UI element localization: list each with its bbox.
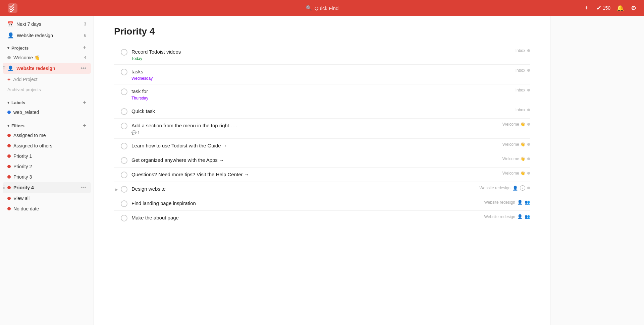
task-item: Get organized anywhere with the Apps → W…: [114, 153, 530, 168]
meta-dot: [527, 157, 530, 160]
filter-dot-view-all: [7, 197, 11, 200]
projects-section-header[interactable]: ▾ Projects +: [3, 42, 91, 52]
task-checkbox[interactable]: [121, 108, 127, 115]
meta-dot: [527, 89, 530, 91]
sidebar-item-assigned-to-me[interactable]: Assigned to me: [3, 130, 91, 140]
task-body: Design website: [131, 185, 476, 192]
sidebar-item-assigned-to-others[interactable]: Assigned to others: [3, 141, 91, 151]
info-icon: i: [520, 185, 525, 191]
task-checkbox[interactable]: [121, 186, 127, 193]
topbar: 🔍 Quick Find + ✔ 150 🔔 ⚙: [0, 0, 644, 16]
chevron-down-labels-icon: ▾: [7, 101, 9, 105]
task-project-label: Welcome 👋: [502, 171, 525, 176]
task-checkbox[interactable]: [121, 49, 127, 56]
meta-dot: [527, 123, 530, 126]
task-body: Learn how to use Todoist with the Guide …: [131, 142, 498, 149]
app-logo[interactable]: [7, 2, 19, 14]
assignee-icon: 👤: [517, 214, 523, 219]
main-layout: 📅 Next 7 days 3 👤 Website redesign 6 ▾ P…: [0, 16, 644, 325]
task-checkbox[interactable]: [121, 123, 127, 129]
add-filter-button[interactable]: +: [83, 123, 86, 129]
sidebar-item-web-related[interactable]: web_related: [3, 107, 91, 117]
bell-icon: 🔔: [616, 4, 624, 12]
task-item: task for Thursday Inbox: [114, 84, 530, 104]
task-name: Record Todoist videos: [131, 48, 512, 55]
sidebar-item-welcome[interactable]: Welcome 👋 4: [3, 53, 91, 63]
task-checkbox[interactable]: [121, 143, 127, 149]
content-area: Priority 4 Record Todoist videos Today I…: [94, 16, 550, 325]
project-dot-welcome: [7, 56, 11, 59]
task-name: Find landing page inspiration: [131, 200, 480, 207]
comment-icon: 💬: [131, 130, 137, 135]
task-name: Get organized anywhere with the Apps →: [131, 156, 498, 164]
add-assignee-icon: 👥: [525, 214, 530, 219]
karma-badge[interactable]: ✔ 150: [596, 4, 610, 12]
task-project-label: Website redesign: [484, 200, 516, 205]
task-expand-button[interactable]: ▶: [114, 187, 119, 192]
task-name: Learn how to use Todoist with the Guide …: [131, 142, 498, 149]
task-checkbox[interactable]: [121, 215, 127, 221]
sidebar-item-website-redesign-top[interactable]: 👤 Website redesign 6: [3, 30, 91, 41]
sidebar-item-add-project[interactable]: + Add Project: [3, 74, 91, 85]
filters-section-header[interactable]: ▾ Filters +: [3, 120, 91, 130]
task-meta: Website redesign 👤👥: [484, 200, 530, 205]
task-meta: Website redesign 👤i: [480, 185, 530, 191]
add-label-button[interactable]: +: [83, 100, 86, 106]
task-project-label: Inbox: [516, 108, 525, 112]
task-meta: Inbox: [516, 68, 530, 73]
task-checkbox[interactable]: [121, 157, 127, 164]
notifications-button[interactable]: 🔔: [616, 4, 624, 12]
add-project-button[interactable]: +: [83, 45, 86, 51]
task-name: tasks: [131, 68, 512, 75]
task-date: Today: [131, 56, 512, 61]
priority4-options-icon[interactable]: •••: [80, 185, 86, 191]
task-item: Learn how to use Todoist with the Guide …: [114, 139, 530, 153]
add-task-button[interactable]: +: [583, 4, 590, 12]
task-checkbox[interactable]: [121, 69, 127, 75]
sidebar-item-next7days[interactable]: 📅 Next 7 days 3: [3, 19, 91, 29]
task-name: Design website: [131, 185, 476, 192]
task-meta: Inbox: [516, 108, 530, 112]
task-body: Make the about page: [131, 214, 480, 221]
task-checkbox[interactable]: [121, 172, 127, 178]
sidebar-item-priority1[interactable]: Priority 1: [3, 151, 91, 161]
task-checkbox[interactable]: [121, 200, 127, 207]
item-options-icon[interactable]: •••: [80, 65, 86, 71]
quick-find-button[interactable]: 🔍 Quick Find: [306, 5, 339, 11]
task-comment-count: 💬 1: [131, 130, 498, 135]
task-body: tasks Wednesday: [131, 68, 512, 81]
sidebar-item-website-redesign[interactable]: ⠿ 👤 Website redesign •••: [3, 63, 91, 74]
filter-dot-no-due-date: [7, 207, 11, 210]
task-project-label: Welcome 👋: [502, 142, 525, 147]
settings-button[interactable]: ⚙: [630, 4, 637, 12]
sidebar-item-view-all[interactable]: View all: [3, 193, 91, 203]
search-icon: 🔍: [306, 5, 312, 11]
sidebar-item-priority4[interactable]: ⠿ Priority 4 •••: [3, 182, 91, 193]
sidebar-item-no-due-date[interactable]: No due date: [3, 204, 91, 214]
task-project-label: Website redesign: [480, 186, 511, 190]
task-meta: Inbox: [516, 48, 530, 53]
meta-dot: [527, 49, 530, 52]
meta-dot: [527, 109, 530, 111]
task-body: Add a section from the menu in the top r…: [131, 122, 498, 135]
filter-dot-priority2: [7, 165, 11, 168]
task-item: tasks Wednesday Inbox: [114, 65, 530, 84]
task-item: Quick task Inbox: [114, 104, 530, 119]
sidebar-item-priority3[interactable]: Priority 3: [3, 172, 91, 182]
assignee-icon: 👤: [517, 200, 523, 205]
task-name: Quick task: [131, 108, 512, 115]
task-meta: Welcome 👋: [502, 156, 530, 161]
task-body: Quick task: [131, 108, 512, 115]
right-panel: [550, 16, 644, 325]
sidebar-item-priority2[interactable]: Priority 2: [3, 161, 91, 172]
task-name: Add a section from the menu in the top r…: [131, 122, 498, 129]
task-item: Record Todoist videos Today Inbox: [114, 45, 530, 65]
labels-section-header[interactable]: ▾ Labels +: [3, 97, 91, 107]
meta-dot: [527, 143, 530, 146]
filter-dot-priority3: [7, 175, 11, 179]
filter-dot-assigned-me: [7, 134, 11, 137]
sidebar-archived-projects[interactable]: Archived projects: [0, 85, 94, 94]
task-checkbox[interactable]: [121, 88, 127, 95]
task-name: task for: [131, 88, 512, 95]
task-project-label: Inbox: [516, 48, 525, 53]
